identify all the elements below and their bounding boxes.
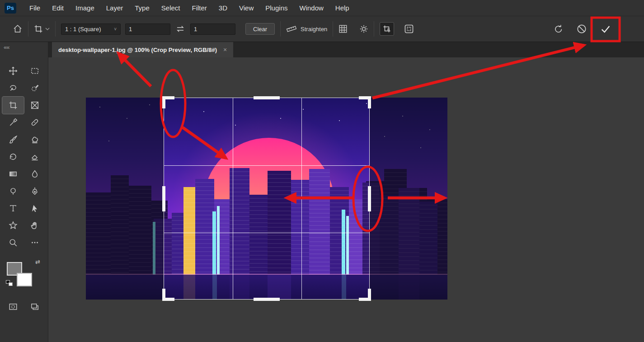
default-colors-icon[interactable] — [6, 280, 13, 286]
divider — [333, 21, 333, 37]
screen-mode-button[interactable] — [24, 298, 46, 315]
menu-edit[interactable]: Edit — [46, 0, 70, 16]
collapse-panel-button[interactable]: «« — [0, 42, 48, 51]
dodge-tool[interactable] — [2, 183, 24, 200]
crop-tool[interactable] — [2, 97, 24, 114]
pen-tool[interactable] — [24, 183, 46, 200]
commit-crop-icon[interactable] — [600, 23, 611, 34]
gradient-tool[interactable] — [2, 165, 24, 183]
menu-image[interactable]: Image — [70, 0, 100, 16]
shape-tool[interactable] — [2, 217, 24, 234]
move-tool[interactable] — [2, 62, 24, 80]
eraser-tool[interactable] — [24, 148, 46, 165]
crop-grid-line — [233, 98, 233, 299]
photoshop-logo[interactable]: Ps — [5, 3, 16, 14]
crop-settings-gear-icon[interactable] — [359, 24, 368, 33]
aspect-ratio-select[interactable]: 1 : 1 (Square) ˅ — [61, 23, 121, 35]
menu-3d[interactable]: 3D — [213, 0, 233, 16]
crop-handle-top-right[interactable] — [368, 96, 371, 108]
divider — [280, 21, 281, 37]
crop-handle-left[interactable] — [162, 186, 165, 211]
type-tool[interactable] — [2, 200, 24, 217]
content-aware-icon[interactable] — [404, 24, 414, 34]
options-bar: 1 : 1 (Square) ˅ Clear Straighten — [0, 16, 644, 42]
menu-select[interactable]: Select — [155, 0, 186, 16]
menu-type[interactable]: Type — [129, 0, 155, 16]
delete-cropped-pixels-toggle[interactable] — [380, 22, 394, 36]
crop-height-input[interactable] — [190, 23, 235, 35]
reset-crop-icon[interactable] — [554, 24, 564, 34]
crop-tool-preset-icon[interactable] — [34, 24, 50, 33]
crop-handle-right[interactable] — [368, 186, 371, 211]
clear-button[interactable]: Clear — [245, 23, 275, 35]
brush-tool[interactable] — [2, 131, 24, 148]
background-color-swatch[interactable] — [17, 273, 32, 286]
crop-handle-bottom-left[interactable] — [162, 289, 165, 301]
clone-stamp-tool[interactable] — [24, 131, 46, 148]
swap-dimensions-icon[interactable] — [176, 25, 185, 33]
swap-colors-icon[interactable]: ⇄ — [35, 258, 40, 265]
crop-handle-bottom-right[interactable] — [368, 289, 371, 301]
crop-grid-line — [301, 98, 302, 299]
chevron-down-icon: ˅ — [114, 27, 117, 32]
zoom-tool[interactable] — [2, 234, 24, 251]
straighten-icon[interactable] — [286, 24, 297, 34]
menu-layer[interactable]: Layer — [100, 0, 129, 16]
eyedropper-tool[interactable] — [2, 114, 24, 131]
crop-handle-top[interactable] — [254, 96, 280, 99]
menu-window[interactable]: Window — [293, 0, 329, 16]
quick-selection-tool[interactable] — [24, 80, 46, 97]
document-tab-title: desktop-wallpaper-1.jpg @ 100% (Crop Pre… — [58, 47, 217, 53]
crop-width-input[interactable] — [125, 23, 170, 35]
aspect-ratio-value: 1 : 1 (Square) — [65, 26, 101, 33]
divider — [374, 21, 374, 37]
healing-brush-tool[interactable] — [24, 114, 46, 131]
chevron-down-icon — [45, 27, 50, 31]
document-tab-bar: desktop-wallpaper-1.jpg @ 100% (Crop Pre… — [48, 42, 644, 57]
path-selection-tool[interactable] — [24, 200, 46, 217]
tool-panel: «« ⇄ — [0, 42, 48, 342]
marquee-tool[interactable] — [24, 62, 46, 80]
menu-plugins[interactable]: Plugins — [259, 0, 293, 16]
color-swatches: ⇄ — [5, 258, 43, 293]
crop-grid-line — [164, 165, 369, 166]
menu-help[interactable]: Help — [329, 0, 355, 16]
menu-filter[interactable]: Filter — [186, 0, 213, 16]
crop-shield-right — [370, 98, 447, 300]
history-brush-tool[interactable] — [2, 148, 24, 165]
canvas-area[interactable] — [48, 57, 644, 342]
hand-tool[interactable] — [24, 217, 46, 234]
divider — [55, 21, 56, 37]
menu-file[interactable]: File — [24, 0, 46, 16]
bottom-tools — [0, 298, 48, 315]
crop-handle-bottom[interactable] — [254, 298, 280, 301]
frame-tool[interactable] — [24, 97, 46, 114]
straighten-button[interactable]: Straighten — [301, 26, 327, 33]
blur-tool[interactable] — [24, 165, 46, 183]
divider — [28, 21, 28, 37]
photoshop-window: Ps File Edit Image Layer Type Select Fil… — [0, 0, 644, 342]
close-tab-icon[interactable]: × — [223, 46, 227, 53]
cancel-crop-icon[interactable] — [576, 23, 587, 34]
crop-handle-top-left[interactable] — [162, 96, 165, 108]
lasso-tool[interactable] — [2, 80, 24, 97]
crop-overlay-grid-icon[interactable] — [338, 24, 348, 33]
home-icon[interactable] — [13, 24, 23, 34]
crop-grid-line — [164, 233, 369, 233]
more-tools-icon[interactable] — [24, 234, 46, 251]
document-tab[interactable]: desktop-wallpaper-1.jpg @ 100% (Crop Pre… — [52, 42, 233, 57]
menu-view[interactable]: View — [233, 0, 259, 16]
menu-bar: Ps File Edit Image Layer Type Select Fil… — [0, 0, 644, 16]
crop-shield-left — [86, 98, 164, 300]
quick-mask-button[interactable] — [2, 298, 24, 315]
tools-grid — [0, 62, 48, 251]
crop-commit-cluster — [554, 23, 611, 34]
crop-box[interactable] — [164, 98, 370, 300]
